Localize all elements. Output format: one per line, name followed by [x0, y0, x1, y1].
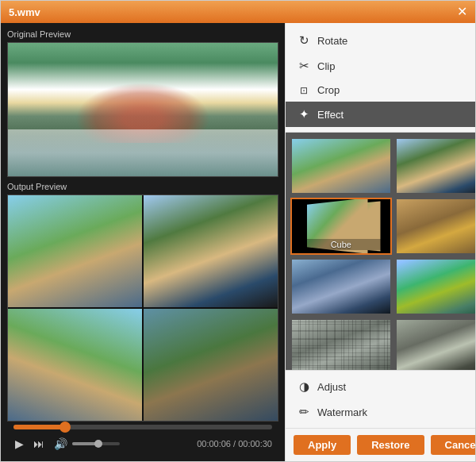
menu-label-clip: Clip	[317, 60, 335, 72]
output-cell-image-3	[8, 309, 142, 421]
progress-bar[interactable]	[13, 425, 272, 429]
effect-item-4[interactable]	[395, 198, 475, 255]
menu-item-rotate[interactable]: ↻ Rotate	[286, 28, 475, 53]
clip-icon: ✂	[297, 59, 311, 73]
crop-icon: ⊡	[297, 85, 311, 96]
left-panel: Original Preview Output Preview	[1, 23, 285, 461]
cancel-button[interactable]: Cancel	[431, 435, 475, 455]
output-cell-image-2	[144, 195, 278, 307]
time-current: 00:00:06	[197, 439, 231, 449]
effect-item-7[interactable]	[290, 318, 392, 370]
effect-icon: ✦	[297, 107, 311, 121]
watermark-icon: ✏	[297, 405, 311, 419]
time-separator: /	[231, 439, 238, 449]
rotate-icon: ↻	[297, 33, 311, 48]
effect-item-8[interactable]	[395, 318, 475, 370]
titlebar: 5.wmv ✕	[1, 1, 475, 23]
menu-item-effect[interactable]: ✦ Effect	[286, 102, 475, 127]
effect-thumb-2	[397, 139, 475, 193]
effect-thumb-8	[397, 320, 475, 370]
original-preview	[7, 42, 278, 177]
bottom-menu: ◑ Adjust ✏ Watermark	[286, 370, 475, 428]
next-frame-button[interactable]: ⏭	[32, 436, 46, 452]
effect-item-6[interactable]	[395, 258, 475, 315]
original-preview-label: Original Preview	[7, 29, 278, 39]
effect-thumb-6	[397, 260, 475, 314]
content-area: Original Preview Output Preview	[1, 23, 475, 461]
output-preview	[7, 194, 278, 422]
menu-label-rotate: Rotate	[317, 35, 347, 47]
output-preview-label: Output Preview	[7, 182, 278, 191]
effect-cube-label: Cube	[292, 239, 390, 250]
progress-thumb	[60, 422, 71, 433]
output-cell-image-1	[8, 195, 142, 307]
progress-fill	[13, 425, 65, 429]
effect-thumb-5	[292, 260, 390, 314]
effect-item-5[interactable]	[290, 258, 392, 315]
menu-label-crop: Crop	[317, 84, 340, 96]
effect-thumb-1	[292, 139, 390, 193]
effect-section: Cube	[286, 133, 475, 370]
output-cell-image-4	[144, 309, 278, 421]
effect-item-1[interactable]	[290, 137, 392, 194]
effect-thumb-7	[292, 320, 390, 370]
menu-label-effect: Effect	[317, 109, 344, 121]
menu-item-clip[interactable]: ✂ Clip	[286, 53, 475, 79]
time-total: 00:00:30	[238, 439, 272, 449]
play-button[interactable]: ▶	[13, 436, 25, 452]
time-display: 00:00:06 / 00:00:30	[197, 439, 272, 449]
close-button[interactable]: ✕	[457, 6, 467, 18]
menu-item-adjust[interactable]: ◑ Adjust	[286, 374, 475, 399]
volume-bar[interactable]	[72, 442, 120, 445]
top-menu-list: ↻ Rotate ✂ Clip ⊡ Crop ✦ Effect	[286, 23, 475, 133]
effect-item-2[interactable]	[395, 137, 475, 194]
original-preview-image	[8, 43, 278, 176]
effect-item-cube[interactable]: Cube	[290, 198, 392, 255]
apply-button[interactable]: Apply	[294, 435, 351, 455]
main-window: 5.wmv ✕ Original Preview Output Preview	[0, 0, 476, 462]
menu-label-adjust: Adjust	[317, 381, 346, 393]
restore-button[interactable]: Restore	[357, 435, 424, 455]
volume-thumb	[94, 440, 102, 448]
volume-icon: 🔊	[52, 436, 69, 452]
output-cell-3	[8, 309, 142, 421]
menu-item-crop[interactable]: ⊡ Crop	[286, 79, 475, 102]
right-panel: ↻ Rotate ✂ Clip ⊡ Crop ✦ Effect	[285, 23, 475, 461]
output-cell-4	[144, 309, 278, 421]
output-cell-1	[8, 195, 142, 307]
menu-label-watermark: Watermark	[317, 406, 367, 418]
menu-item-watermark[interactable]: ✏ Watermark	[286, 399, 475, 425]
footer-buttons: Apply Restore Cancel	[286, 428, 475, 461]
adjust-icon: ◑	[297, 379, 311, 394]
controls-row: ▶ ⏭ 🔊 00:00:06 / 00:00:30	[13, 436, 272, 452]
effect-grid: Cube	[290, 137, 475, 370]
output-cell-2	[144, 195, 278, 307]
volume-container: 🔊	[52, 436, 120, 452]
window-title: 5.wmv	[9, 6, 40, 18]
effect-thumb-4	[397, 199, 475, 253]
water-overlay	[8, 129, 278, 176]
controls-bar: ▶ ⏭ 🔊 00:00:06 / 00:00:30	[7, 422, 278, 455]
